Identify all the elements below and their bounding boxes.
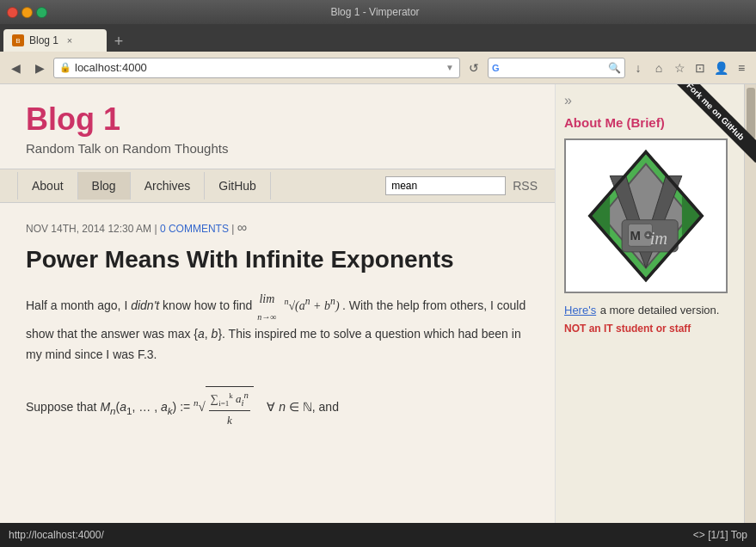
search-bar[interactable]: G 🔍	[488, 58, 625, 78]
tab-bar: B Blog 1 × +	[0, 24, 756, 52]
menu-icon[interactable]: ≡	[732, 58, 751, 77]
content-area: Blog 1 Random Talk on Random Thoughts Ab…	[0, 84, 555, 523]
nav-item-blog[interactable]: Blog	[78, 172, 131, 200]
status-bar: http://localhost:4000/ <> [1/1] Top	[0, 523, 756, 547]
address-dropdown-icon[interactable]: ▼	[446, 63, 454, 72]
svg-text:+: +	[646, 231, 649, 239]
body-em: didn't	[131, 298, 159, 312]
close-button[interactable]	[7, 7, 18, 18]
user-icon[interactable]: 👤	[711, 58, 730, 77]
sidebar-more-text: a more detailed version.	[600, 304, 720, 317]
github-ribbon[interactable]: Fork me on GitHub	[670, 84, 756, 170]
comments-link[interactable]: 0 COMMENTS	[160, 223, 229, 235]
article-meta: NOV 14TH, 2014 12:30 AM | 0 COMMENTS | ∞	[26, 220, 529, 236]
article-body: Half a month ago, I didn't know how to f…	[26, 289, 529, 430]
search-input[interactable]	[385, 176, 506, 195]
detailed-version-link[interactable]: Here's	[564, 304, 596, 317]
google-icon: G	[492, 63, 500, 73]
body-text-4: Suppose that Mn(a1, … , ak) :=	[26, 400, 194, 414]
new-tab-button[interactable]: +	[108, 31, 129, 52]
site-navigation: About Blog Archives GitHub RSS	[0, 169, 555, 203]
browser-content: Fork me on GitHub Blog 1 Random Talk on …	[0, 84, 756, 523]
address-text: localhost:4000	[75, 61, 442, 74]
browser-tab[interactable]: B Blog 1 ×	[3, 29, 107, 52]
svg-text:im: im	[650, 229, 667, 248]
blog-header: Blog 1 Random Talk on Random Thoughts	[0, 84, 555, 169]
back-button[interactable]: ◀	[5, 58, 26, 78]
bookmark-icon[interactable]: ☆	[670, 58, 689, 77]
nav-item-archives[interactable]: Archives	[131, 172, 206, 200]
title-bar: Blog 1 - Vimperator	[0, 0, 756, 24]
tab-label: Blog 1	[29, 34, 58, 46]
lock-icon: 🔒	[59, 62, 71, 73]
search-button[interactable]: 🔍	[608, 62, 621, 74]
nav-item-about[interactable]: About	[17, 172, 78, 200]
body-text-1: Half a month ago, I	[26, 298, 131, 312]
sidebar-link-container: Here's a more detailed version.	[564, 302, 735, 317]
home-icon[interactable]: ⌂	[649, 58, 668, 77]
status-url: http://localhost:4000/	[9, 529, 104, 541]
article-title: Power Means With Infinite Exponents	[26, 244, 529, 275]
sync-icon[interactable]: ⊡	[691, 58, 710, 77]
rss-link[interactable]: RSS	[513, 179, 538, 193]
body-text-5: ∀ n ∈ ℕ, and	[257, 400, 339, 414]
status-position: <> [1/1] Top	[693, 529, 747, 541]
maximize-button[interactable]	[36, 7, 47, 18]
refresh-button[interactable]: ↺	[464, 58, 484, 78]
nav-items: About Blog Archives GitHub	[17, 172, 271, 200]
nav-item-github[interactable]: GitHub	[205, 172, 271, 200]
nav-search: RSS	[385, 176, 538, 195]
download-icon[interactable]: ↓	[629, 58, 648, 77]
article-date: NOV 14TH, 2014 12:30 AM	[26, 223, 151, 235]
main-layout: Blog 1 Random Talk on Random Thoughts Ab…	[0, 84, 756, 523]
svg-text:M: M	[630, 229, 640, 243]
math-formula: n√ ∑i=1k ain k	[194, 400, 257, 414]
sidebar-not-text: NOT an IT student or staff	[564, 323, 735, 335]
address-bar[interactable]: 🔒 localhost:4000 ▼	[53, 58, 460, 78]
math-limit: lim n→∞ n√(an + bn)	[255, 299, 342, 312]
blog-subtitle: Random Talk on Random Thoughts	[26, 141, 529, 156]
minimize-button[interactable]	[22, 7, 33, 18]
blog-title[interactable]: Blog 1	[26, 101, 120, 137]
forward-button[interactable]: ▶	[29, 58, 50, 78]
nav-icons: ↓ ⌂ ☆ ⊡ 👤 ≡	[629, 58, 751, 77]
window-controls[interactable]	[7, 7, 47, 18]
infinity-link[interactable]: ∞	[237, 220, 247, 235]
tab-favicon: B	[12, 34, 24, 46]
body-text-2: know how to find	[163, 298, 255, 312]
article: NOV 14TH, 2014 12:30 AM | 0 COMMENTS | ∞…	[0, 203, 555, 447]
tab-close-button[interactable]: ×	[64, 34, 76, 46]
window-title: Blog 1 - Vimperator	[52, 6, 698, 18]
navigation-bar: ◀ ▶ 🔒 localhost:4000 ▼ ↺ G 🔍 ↓ ⌂ ☆ ⊡ 👤 ≡	[0, 52, 756, 84]
ribbon-text: Fork me on GitHub	[670, 84, 756, 163]
